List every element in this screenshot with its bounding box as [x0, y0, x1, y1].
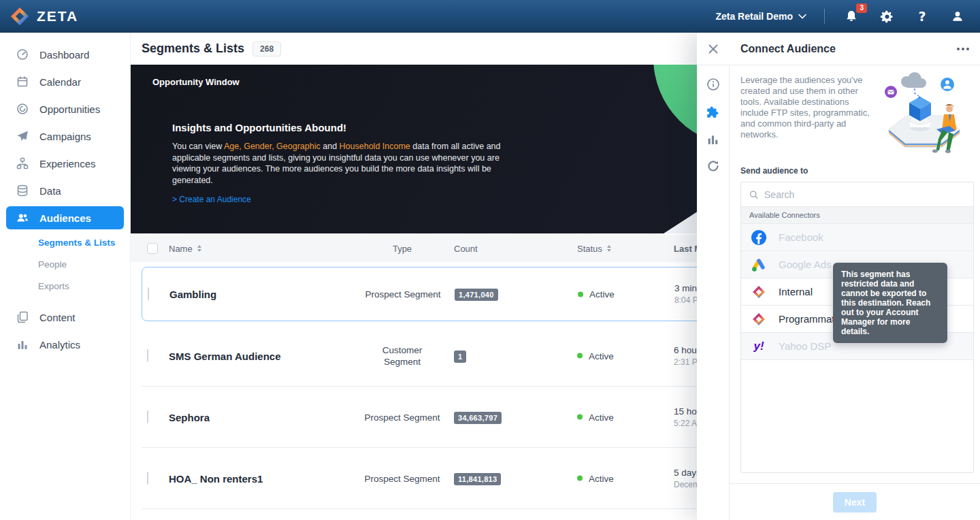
select-all-checkbox[interactable]	[147, 243, 158, 254]
close-button[interactable]	[697, 33, 730, 65]
sidebar-item-dashboard[interactable]: Dashboard	[0, 41, 130, 68]
audiences-icon	[16, 212, 29, 224]
calendar-icon	[16, 76, 29, 88]
account-name: Zeta Retail Demo	[715, 11, 793, 22]
tab-sync[interactable]	[697, 152, 730, 180]
status-dot	[577, 476, 583, 481]
search-input[interactable]	[764, 189, 965, 200]
available-connectors-header: Available Connectors	[741, 207, 973, 224]
row-checkbox[interactable]	[147, 349, 148, 362]
notifications-button[interactable]: 3	[843, 7, 860, 25]
column-header-name[interactable]: Name	[169, 235, 201, 262]
segment-name[interactable]: HOA_ Non renters1	[169, 472, 263, 484]
sidebar-item-label: Audiences	[39, 212, 91, 224]
sidebar-item-experiences[interactable]: Experiences	[0, 150, 130, 177]
segments-count-badge: 268	[252, 42, 281, 56]
profile-button[interactable]	[949, 7, 966, 25]
bar-chart-icon	[16, 338, 29, 351]
connector-search[interactable]	[741, 182, 973, 207]
sidebar-item-label: Analytics	[39, 339, 80, 351]
more-options-button[interactable]	[957, 48, 969, 50]
next-button[interactable]: Next	[833, 492, 877, 513]
sidebar-item-label: Experiences	[39, 158, 96, 169]
column-header-status[interactable]: Status	[577, 235, 611, 262]
sidebar-item-campaigns[interactable]: Campaigns	[0, 123, 130, 150]
user-icon	[951, 10, 964, 23]
sort-icon	[607, 245, 611, 252]
row-checkbox[interactable]	[148, 287, 149, 300]
count-badge: 1	[454, 351, 466, 363]
sidebar-item-analytics[interactable]: Analytics	[0, 331, 130, 358]
segment-name[interactable]: Gambling	[169, 289, 216, 300]
status-label: Active	[589, 473, 614, 483]
segment-name[interactable]: SMS German Audience	[169, 350, 281, 361]
row-checkbox[interactable]	[147, 410, 148, 423]
help-button[interactable]: ?	[913, 7, 931, 25]
sort-icon	[197, 245, 201, 252]
sidebar-item-opportunities[interactable]: Opportunities	[0, 95, 130, 123]
connector-facebook: Facebook	[741, 224, 973, 251]
database-icon	[16, 184, 29, 197]
pages-icon	[16, 311, 29, 323]
yahoo-icon: y!	[751, 340, 767, 353]
sidebar-subitem-segments-lists[interactable]: Segments & Lists	[0, 231, 130, 253]
status-cell: Active	[577, 412, 614, 422]
panel-icon-rail	[697, 65, 730, 520]
tab-info[interactable]	[697, 71, 730, 98]
zeta-diamond-icon	[751, 312, 767, 327]
subitem-label: People	[38, 259, 67, 270]
connector-label: Facebook	[779, 231, 823, 243]
status-label: Active	[589, 351, 614, 361]
close-icon	[708, 44, 719, 54]
sidebar-item-calendar[interactable]: Calendar	[0, 68, 130, 95]
sidebar-item-content[interactable]: Content	[0, 304, 130, 331]
zeta-brand[interactable]: ZETA	[10, 6, 78, 27]
account-switcher[interactable]: Zeta Retail Demo	[715, 11, 806, 22]
segment-type: Customer Segment	[366, 344, 438, 368]
sitemap-icon	[16, 157, 29, 169]
sidebar-item-label: Dashboard	[39, 49, 89, 61]
tab-connectors[interactable]	[697, 98, 730, 125]
panel-description: Leverage the audiences you've created an…	[740, 75, 878, 161]
count-badge: 11,841,813	[454, 473, 501, 485]
top-navbar: ZETA Zeta Retail Demo 3 ?	[0, 0, 980, 33]
segment-type: Prospect Segment	[339, 411, 466, 423]
sidebar-item-data[interactable]: Data	[0, 177, 130, 204]
search-icon	[749, 190, 758, 199]
status-dot	[578, 291, 583, 297]
connector-label: Yahoo DSP	[779, 340, 831, 352]
page-title: Segments & Lists	[142, 42, 244, 56]
sidebar-subitem-exports[interactable]: Exports	[0, 275, 130, 297]
dashboard-icon	[16, 48, 29, 61]
sidebar-subitem-people[interactable]: People	[0, 253, 130, 275]
opportunities-icon	[16, 103, 29, 115]
segment-name[interactable]: Sephora	[169, 411, 210, 423]
sidebar-item-label: Data	[39, 185, 61, 197]
status-dot	[577, 353, 583, 359]
status-cell: Active	[578, 289, 615, 299]
create-audience-link[interactable]: > Create an Audience	[172, 195, 251, 204]
status-label: Active	[589, 289, 615, 299]
connect-audience-panel: Connect Audience	[697, 33, 980, 520]
sidebar-item-label: Calendar	[39, 76, 81, 88]
puzzle-icon	[706, 105, 720, 119]
sidebar-item-audiences[interactable]: Audiences	[6, 206, 124, 229]
settings-button[interactable]	[878, 7, 896, 25]
column-header-count: Count	[454, 235, 478, 262]
highlight-demographics: Age, Gender, Geographic	[224, 142, 321, 151]
row-checkbox[interactable]	[147, 472, 148, 485]
zeta-logo-icon	[10, 6, 30, 27]
tab-analytics[interactable]	[697, 125, 730, 152]
send-audience-label: Send audience to	[740, 166, 974, 176]
status-dot	[577, 415, 583, 420]
chevron-down-icon	[798, 14, 806, 19]
sidebar: Dashboard Calendar Opportunities Campaig…	[0, 33, 131, 520]
sidebar-item-label: Opportunities	[39, 103, 100, 115]
info-icon	[706, 78, 720, 91]
segment-type: Prospect Segment	[339, 472, 466, 484]
paper-plane-icon	[16, 130, 29, 142]
connect-illustration	[882, 71, 974, 158]
panel-footer: Next	[730, 483, 980, 520]
connector-label: Internal	[779, 286, 813, 297]
subitem-label: Segments & Lists	[38, 238, 115, 248]
